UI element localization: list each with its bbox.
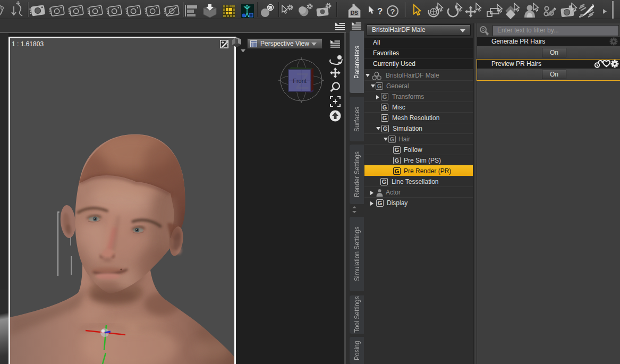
svg-text:?: ? bbox=[390, 7, 395, 16]
svg-text:Front: Front bbox=[293, 78, 307, 84]
svg-text:?: ? bbox=[377, 6, 383, 16]
svg-text:DS: DS bbox=[351, 10, 358, 16]
